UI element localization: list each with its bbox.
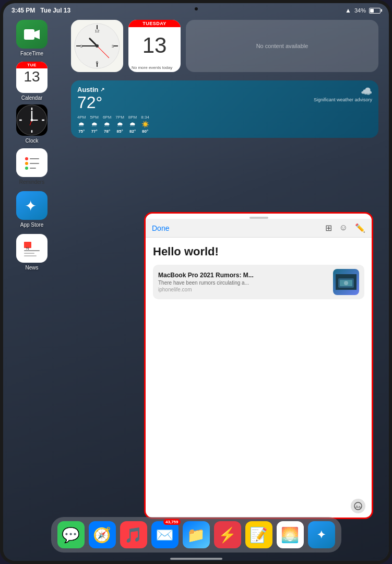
- news-icon-svg: N: [22, 239, 41, 258]
- notes-footer: Aa: [146, 495, 372, 518]
- appstore-icon-svg: ✦: [22, 196, 41, 215]
- notes-icon: 📝: [250, 526, 268, 544]
- weather-widget[interactable]: Austin ↗ 72° ☁️ Significant weather advi…: [71, 80, 378, 138]
- svg-point-38: [96, 44, 99, 48]
- battery-fill: [370, 9, 374, 13]
- dock-appstore[interactable]: ✦: [308, 521, 335, 548]
- link-description: There have been rumors circulating a...: [158, 280, 328, 286]
- notes-link-preview[interactable]: MacBook Pro 2021 Rumors: M... There have…: [153, 265, 364, 299]
- clock-widget[interactable]: 12 3 6 9: [71, 20, 123, 72]
- location-arrow-icon: ↗: [100, 87, 104, 92]
- forecast-icon-4: 🌧: [115, 121, 124, 128]
- appstore-dock-icon: ✦: [317, 528, 326, 541]
- calendar-widget-number: 13: [128, 27, 181, 63]
- news-app[interactable]: N News: [14, 234, 50, 271]
- dock-safari[interactable]: 🧭: [89, 521, 116, 548]
- forecast-icon-1: 🌧: [77, 121, 86, 128]
- widgets-area: 12 3 6 9 TUESDAY: [71, 20, 378, 138]
- notes-widget[interactable]: Done ⊞ ☺ ✏️ Hello world! MacBook Pro 202…: [144, 212, 373, 519]
- svg-text:✦: ✦: [25, 198, 37, 214]
- link-thumbnail: [333, 269, 359, 295]
- clock-app[interactable]: Clock: [14, 105, 50, 142]
- calendar-app-number: 13: [16, 68, 47, 85]
- notes-done-button[interactable]: Done: [152, 224, 169, 232]
- dock-files[interactable]: 📁: [183, 521, 210, 548]
- appstore-app[interactable]: ✦ App Store: [14, 191, 50, 228]
- notes-toolbar: Done ⊞ ☺ ✏️: [146, 219, 372, 238]
- link-title: MacBook Pro 2021 Rumors: M...: [158, 272, 328, 279]
- grid-icon[interactable]: ⊞: [325, 223, 332, 233]
- dock-mail[interactable]: ✉️ 43,759: [151, 521, 179, 548]
- smiley-icon[interactable]: ☺: [339, 223, 348, 233]
- link-thumbnail-image: [336, 274, 357, 290]
- weather-city: Austin ↗: [77, 86, 104, 93]
- news-icon-bg: N: [16, 234, 47, 263]
- forecast-item-1: 4PM 🌧 75°: [77, 115, 86, 134]
- status-right: ▲ 34%: [345, 7, 381, 14]
- svg-rect-17: [30, 163, 39, 164]
- link-domain: iphonelife.com: [158, 287, 328, 292]
- svg-point-15: [25, 167, 28, 170]
- reminders-icon-svg: [22, 154, 41, 172]
- facetime-app[interactable]: FaceTime: [14, 20, 50, 56]
- svg-point-12: [31, 119, 33, 121]
- svg-rect-25: [24, 255, 37, 256]
- forecast-icon-2: 🌧: [90, 121, 98, 128]
- calendar-app-header: TUE: [16, 62, 47, 68]
- clock-widget-svg: 12 3 6 9: [74, 23, 120, 69]
- svg-text:12: 12: [95, 29, 100, 33]
- forecast-item-6: 8:34 ☀️ 80°: [141, 115, 149, 134]
- forecast-icon-3: 🌧: [103, 121, 111, 128]
- news-label: News: [25, 265, 38, 271]
- format-icon[interactable]: Aa: [351, 499, 365, 513]
- dock: 💬 🧭 🎵 ✉️ 43,759 📁 ⚡: [51, 517, 341, 553]
- mail-icon: ✉️: [156, 526, 174, 544]
- svg-rect-16: [30, 158, 39, 159]
- dock-messages[interactable]: 💬: [57, 521, 85, 548]
- svg-point-14: [25, 162, 28, 165]
- appstore-icon-bg: ✦: [16, 191, 47, 220]
- no-content-label: No content available: [256, 43, 308, 49]
- svg-text:6: 6: [96, 60, 99, 65]
- calendar-app-icon: TUE 13: [16, 62, 47, 93]
- wifi-icon: ▲: [345, 7, 351, 14]
- compose-icon[interactable]: ✏️: [355, 223, 365, 233]
- notes-content: Hello world! MacBook Pro 2021 Rumors: M.…: [146, 238, 372, 495]
- dock-photos[interactable]: 🌅: [277, 521, 304, 548]
- calendar-widget-small[interactable]: TUESDAY 13 No more events today: [128, 20, 181, 72]
- svg-rect-24: [24, 253, 34, 254]
- clock-app-icon-bg: [16, 104, 47, 136]
- clock-app-svg: [16, 97, 47, 143]
- link-text-area: MacBook Pro 2021 Rumors: M... There have…: [158, 272, 328, 292]
- cloud-icon: ☁️: [361, 86, 372, 97]
- forecast-item-5: 8PM 🌧 82°: [128, 115, 137, 134]
- svg-rect-1: [24, 29, 34, 40]
- messages-icon: 💬: [62, 526, 80, 544]
- files-icon: 📁: [187, 526, 205, 544]
- apps-column: FaceTime TUE 13 Calendar: [14, 20, 50, 271]
- status-bar: 3:45 PM Tue Jul 13 ▲ 34%: [3, 3, 389, 18]
- safari-icon: 🧭: [93, 526, 111, 544]
- notes-actions: ⊞ ☺ ✏️: [325, 223, 365, 233]
- forecast-icon-6: ☀️: [141, 121, 149, 128]
- dock-music[interactable]: 🎵: [120, 521, 147, 548]
- spark-icon: ⚡: [218, 526, 236, 544]
- top-widgets-row: 12 3 6 9 TUESDAY: [71, 20, 378, 72]
- facetime-icon-bg: [16, 20, 47, 49]
- front-camera: [195, 7, 198, 10]
- reminders-icon-bg: [16, 148, 47, 177]
- svg-text:3: 3: [112, 44, 114, 49]
- dock-notes[interactable]: 📝: [245, 521, 272, 548]
- reminders-label: Reminders: [19, 179, 44, 185]
- calendar-app[interactable]: TUE 13 Calendar: [14, 63, 50, 99]
- status-time: 3:45 PM: [11, 7, 35, 14]
- format-svg: Aa: [354, 502, 362, 510]
- calendar-widget-subtitle: No more events today: [128, 63, 181, 72]
- dock-spark[interactable]: ⚡: [214, 521, 241, 548]
- svg-rect-23: [24, 250, 40, 251]
- photo-widget[interactable]: No content available: [186, 20, 378, 72]
- home-indicator[interactable]: [170, 558, 222, 560]
- svg-rect-18: [30, 168, 36, 169]
- facetime-label: FaceTime: [20, 51, 43, 56]
- reminders-app[interactable]: Reminders: [14, 148, 50, 185]
